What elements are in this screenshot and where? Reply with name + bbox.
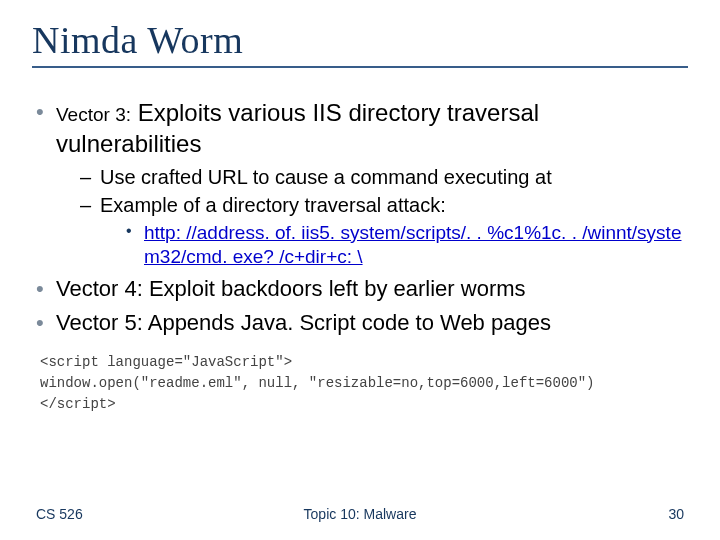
slide-title: Nimda Worm [32,18,688,62]
footer-page-number: 30 [668,506,684,522]
title-underline [32,66,688,68]
bullet-vector-4: Vector 4: Exploit backdoors left by earl… [32,275,688,303]
bullet-vector-3: Vector 3: Exploits various IIS directory… [32,98,688,269]
bullet-list: Vector 3: Exploits various IIS directory… [32,98,688,338]
sub-use-crafted-url: Use crafted URL to cause a command execu… [80,165,688,191]
example-url-list: http: //address. of. iis5. system/script… [100,221,688,270]
sub-example-attack: Example of a directory traversal attack:… [80,193,688,269]
slide: Nimda Worm Vector 3: Exploits various II… [0,0,720,540]
vector-3-lead: Vector 3: [56,104,131,125]
slide-footer: CS 526 Topic 10: Malware 30 [0,506,720,522]
javascript-code-snippet: <script language="JavaScript"> window.op… [40,352,688,415]
footer-course: CS 526 [36,506,83,522]
sub-example-label: Example of a directory traversal attack: [100,194,446,216]
vector-3-sublist: Use crafted URL to cause a command execu… [56,165,688,269]
bullet-vector-5: Vector 5: Appends Java. Script code to W… [32,309,688,337]
example-url-link[interactable]: http: //address. of. iis5. system/script… [144,222,681,267]
footer-topic: Topic 10: Malware [304,506,417,522]
example-url-item: http: //address. of. iis5. system/script… [126,221,688,270]
